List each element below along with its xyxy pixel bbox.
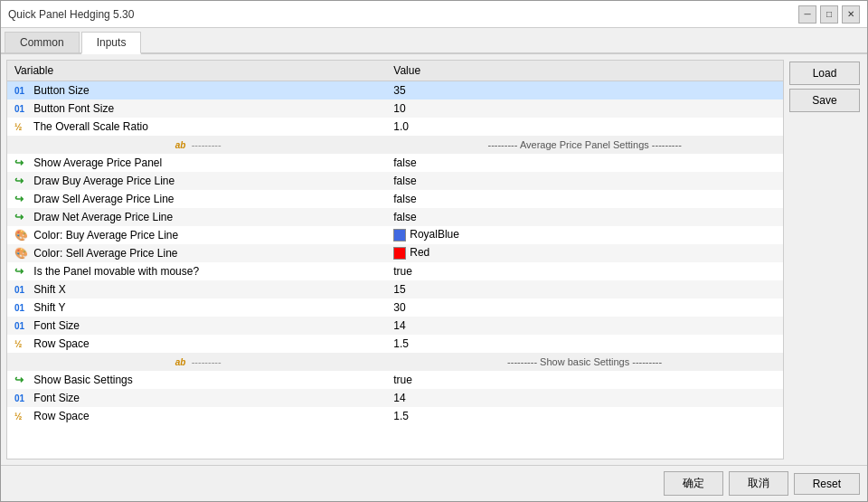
variable-cell: ↪ Show Basic Settings xyxy=(7,371,386,389)
tabs-bar: Common Inputs xyxy=(1,28,867,54)
table-row[interactable]: ½ The Overall Scale Ratio1.0 xyxy=(7,118,783,136)
row-icon: ab xyxy=(173,357,189,367)
variable-cell: ½ Row Space xyxy=(7,407,386,425)
table-row[interactable]: ↪ Show Average Price Panelfalse xyxy=(7,154,783,172)
tab-common[interactable]: Common xyxy=(5,32,80,52)
variable-cell: ↪ Draw Net Average Price Line xyxy=(7,208,386,226)
reset-button[interactable]: Reset xyxy=(794,473,860,495)
variable-cell: 01 Shift X xyxy=(7,280,386,298)
value-cell: true xyxy=(386,262,783,280)
save-button[interactable]: Save xyxy=(789,89,860,112)
separator-label: ab --------- xyxy=(7,353,386,371)
variable-name: Is the Panel movable with mouse? xyxy=(31,265,199,278)
color-value-text: RoyalBlue xyxy=(410,228,459,241)
table-row[interactable]: ↪ Is the Panel movable with mouse?true xyxy=(7,262,783,280)
tab-inputs[interactable]: Inputs xyxy=(81,32,142,54)
row-icon: ↪ xyxy=(14,211,31,223)
row-icon: ↪ xyxy=(14,175,31,187)
table-row[interactable]: ab ------------------ Show basic Setting… xyxy=(7,353,783,371)
variable-name: Row Space xyxy=(31,410,90,422)
table-row[interactable]: ↪ Draw Net Average Price Linefalse xyxy=(7,208,783,226)
table-row[interactable]: 01 Shift X15 xyxy=(7,280,783,298)
table-row[interactable]: ½ Row Space1.5 xyxy=(7,407,783,425)
load-button[interactable]: Load xyxy=(789,62,860,85)
value-cell: 1.5 xyxy=(386,407,783,425)
variable-name: Row Space xyxy=(31,337,90,350)
value-cell: --------- Show basic Settings --------- xyxy=(386,353,783,371)
row-icon: ↪ xyxy=(14,374,31,386)
row-icon: ↪ xyxy=(14,156,31,169)
data-table: Variable Value 01 Button Size3501 Button… xyxy=(7,61,783,425)
variable-cell: ½ The Overall Scale Ratio xyxy=(7,118,386,136)
main-window: Quick Panel Hedging 5.30 ─ □ ✕ Common In… xyxy=(0,0,868,502)
window-title: Quick Panel Hedging 5.30 xyxy=(8,8,134,21)
variable-name: Show Average Price Panel xyxy=(31,156,162,169)
cancel-button[interactable]: 取消 xyxy=(729,471,788,496)
variable-name: Show Basic Settings xyxy=(31,374,133,386)
row-icon: 01 xyxy=(14,321,31,331)
variable-cell: ↪ Draw Buy Average Price Line xyxy=(7,172,386,190)
table-row[interactable]: 01 Button Size35 xyxy=(7,81,783,99)
variable-cell: 🎨 Color: Buy Average Price Line xyxy=(7,226,386,244)
variable-name: Font Size xyxy=(31,392,80,404)
table-row[interactable]: ↪ Show Basic Settingstrue xyxy=(7,371,783,389)
value-cell: --------- Average Price Panel Settings -… xyxy=(386,136,783,154)
variable-name: Draw Sell Average Price Line xyxy=(31,193,175,205)
value-cell: 10 xyxy=(386,99,783,118)
row-icon: ½ xyxy=(14,122,31,132)
value-cell: Red xyxy=(386,244,783,262)
table-row[interactable]: 🎨 Color: Buy Average Price LineRoyalBlue xyxy=(7,226,783,244)
variable-cell: ↪ Show Average Price Panel xyxy=(7,154,386,172)
variable-cell: 01 Font Size xyxy=(7,317,386,335)
row-icon: 🎨 xyxy=(14,229,31,242)
value-cell: false xyxy=(386,154,783,172)
table-row[interactable]: ↪ Draw Buy Average Price Linefalse xyxy=(7,172,783,190)
variable-name: The Overall Scale Ratio xyxy=(31,120,148,133)
row-icon: 01 xyxy=(14,393,31,403)
value-cell: 14 xyxy=(386,317,783,335)
separator-label: ab --------- xyxy=(7,136,386,154)
color-value-text: Red xyxy=(410,246,429,259)
value-cell: 1.0 xyxy=(386,118,783,136)
row-icon: 01 xyxy=(14,104,31,114)
row-icon: 01 xyxy=(14,86,31,96)
variable-name: Shift Y xyxy=(31,301,65,314)
confirm-button[interactable]: 确定 xyxy=(664,471,723,496)
table-row[interactable]: ab ------------------ Average Price Pane… xyxy=(7,136,783,154)
variable-name: Shift X xyxy=(31,283,66,296)
bottom-bar: 确定 取消 Reset xyxy=(1,465,867,501)
maximize-button[interactable]: □ xyxy=(820,5,838,24)
title-bar: Quick Panel Hedging 5.30 ─ □ ✕ xyxy=(1,1,867,28)
table-row[interactable]: 01 Button Font Size10 xyxy=(7,99,783,118)
data-table-container[interactable]: Variable Value 01 Button Size3501 Button… xyxy=(6,60,784,459)
table-row[interactable]: 01 Shift Y30 xyxy=(7,298,783,317)
minimize-button[interactable]: ─ xyxy=(798,5,816,24)
value-cell: RoyalBlue xyxy=(386,226,783,244)
value-cell: 1.5 xyxy=(386,335,783,353)
table-row[interactable]: ↪ Draw Sell Average Price Linefalse xyxy=(7,190,783,208)
value-cell: 14 xyxy=(386,389,783,407)
variable-cell: 🎨 Color: Sell Average Price Line xyxy=(7,244,386,262)
side-buttons-panel: Load Save xyxy=(789,60,862,459)
col-variable: Variable xyxy=(7,61,386,81)
variable-cell: ↪ Is the Panel movable with mouse? xyxy=(7,262,386,280)
close-button[interactable]: ✕ xyxy=(842,5,860,24)
color-swatch xyxy=(393,247,406,260)
table-row[interactable]: 🎨 Color: Sell Average Price LineRed xyxy=(7,244,783,262)
table-row[interactable]: ½ Row Space1.5 xyxy=(7,335,783,353)
value-cell: 35 xyxy=(386,81,783,99)
row-icon: 01 xyxy=(14,285,31,295)
row-icon: 🎨 xyxy=(14,247,31,260)
variable-name: Color: Sell Average Price Line xyxy=(31,247,178,260)
value-cell: false xyxy=(386,190,783,208)
row-icon: ↪ xyxy=(14,193,31,205)
variable-cell: ½ Row Space xyxy=(7,335,386,353)
col-value: Value xyxy=(386,61,783,81)
row-icon: ↪ xyxy=(14,265,31,278)
variable-cell: 01 Button Font Size xyxy=(7,99,386,118)
variable-name: Button Size xyxy=(31,84,90,97)
table-row[interactable]: 01 Font Size14 xyxy=(7,389,783,407)
variable-cell: 01 Shift Y xyxy=(7,298,386,317)
variable-name: Color: Buy Average Price Line xyxy=(31,229,178,242)
table-row[interactable]: 01 Font Size14 xyxy=(7,317,783,335)
